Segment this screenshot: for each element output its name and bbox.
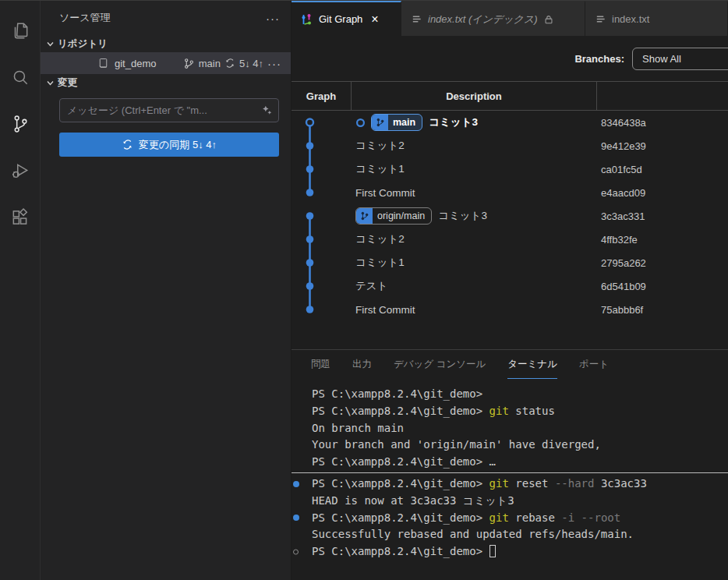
activity-extensions-button[interactable] bbox=[0, 194, 41, 241]
terminal-line: PS C:\xampp8.2.4\git_demo> bbox=[292, 543, 728, 561]
branch-badge-origin-main[interactable]: origin/main bbox=[355, 207, 432, 225]
activity-source-control-button[interactable] bbox=[0, 101, 41, 147]
sparkle-icon[interactable] bbox=[261, 104, 273, 116]
sidebar-title: ソース管理 bbox=[59, 11, 111, 25]
git-graph-table-header: Graph Description bbox=[292, 81, 728, 111]
lock-icon bbox=[543, 14, 554, 25]
commit-message-box bbox=[59, 98, 279, 122]
commit-message: コミット3 bbox=[429, 115, 478, 129]
commit-message: コミット1 bbox=[355, 256, 405, 270]
commit-row[interactable]: コミット2 9e412e39 bbox=[292, 134, 728, 157]
column-header-graph: Graph bbox=[292, 82, 352, 110]
repo-icon bbox=[97, 57, 110, 70]
repository-row[interactable]: git_demo main 5↓ 4↑ ··· bbox=[41, 52, 291, 74]
tab-label: index.txt bbox=[612, 13, 649, 25]
head-indicator-icon bbox=[355, 118, 366, 128]
repo-more-button[interactable]: ··· bbox=[267, 57, 281, 70]
panel-tab-debug-console[interactable]: デバッグ コンソール bbox=[394, 350, 486, 379]
vscode-window: ソース管理 ··· リポジトリ git_demo bbox=[0, 0, 728, 580]
section-repositories[interactable]: リポジトリ bbox=[41, 35, 291, 52]
tab-index-txt-index[interactable]: index.txt (インデックス) bbox=[401, 1, 585, 36]
commit-row[interactable]: コミット1 ca01fc5d bbox=[292, 157, 728, 181]
commit-hash: 8346438a bbox=[597, 117, 728, 129]
activity-search-button[interactable] bbox=[0, 54, 41, 101]
sidebar-more-button[interactable]: ··· bbox=[266, 12, 280, 25]
terminal[interactable]: PS C:\xampp8.2.4\git_demo> PS C:\xampp8.… bbox=[292, 379, 728, 580]
panel-tab-problems[interactable]: 問題 bbox=[311, 350, 330, 379]
command-decoration-icon[interactable] bbox=[293, 550, 299, 555]
commit-message: コミット3 bbox=[438, 209, 487, 223]
file-lines-icon bbox=[595, 13, 606, 25]
commit-message: コミット1 bbox=[355, 162, 405, 176]
commit-message: First Commit bbox=[355, 304, 415, 316]
terminal-cursor bbox=[489, 545, 496, 557]
terminal-line: On branch main bbox=[292, 420, 728, 437]
terminal-line: PS C:\xampp8.2.4\git_demo> git reset --h… bbox=[292, 476, 728, 493]
activity-run-debug-button[interactable] bbox=[0, 147, 41, 194]
sync-icon bbox=[224, 58, 235, 69]
commit-hash: 9e412e39 bbox=[597, 140, 728, 152]
panel-tab-output[interactable]: 出力 bbox=[352, 350, 372, 379]
commit-hash: 6d541b09 bbox=[597, 281, 728, 292]
tab-git-graph[interactable]: Git Graph × bbox=[292, 1, 401, 36]
branches-dropdown[interactable]: Show All bbox=[632, 48, 728, 70]
commit-graph-lines bbox=[292, 111, 352, 321]
repo-branch-label: main bbox=[199, 58, 221, 69]
commit-message: First Commit bbox=[355, 187, 415, 199]
branch-badge-label: main bbox=[388, 117, 422, 128]
commit-hash: 3c3ac331 bbox=[597, 210, 728, 222]
commit-hash: 75abbb6f bbox=[597, 304, 728, 316]
sync-changes-button[interactable]: 変更の同期 5↓ 4↑ bbox=[59, 133, 279, 157]
files-icon bbox=[10, 20, 30, 41]
panel-tab-terminal[interactable]: ターミナル bbox=[507, 350, 557, 379]
bottom-panel: 問題 出力 デバッグ コンソール ターミナル ポート PS C:\xampp8.… bbox=[292, 349, 728, 580]
terminal-line: Your branch and 'origin/main' have diver… bbox=[292, 437, 728, 454]
branch-icon bbox=[356, 208, 373, 224]
branch-badge-label: origin/main bbox=[373, 210, 431, 221]
repo-sync-counts: 5↓ 4↑ bbox=[239, 58, 263, 69]
commit-list: main コミット3 8346438a コミット2 9e412e39 コミット1… bbox=[292, 111, 728, 321]
branch-icon bbox=[183, 58, 195, 69]
commit-hash: ca01fc5d bbox=[597, 164, 728, 175]
terminal-command-separator bbox=[292, 472, 728, 473]
commit-row[interactable]: コミット2 4ffb32fe bbox=[292, 228, 728, 251]
commit-row[interactable]: First Commit e4aacd09 bbox=[292, 181, 728, 204]
commit-message-input[interactable] bbox=[65, 104, 257, 117]
git-graph-view: Branches: Show All Graph Description bbox=[292, 36, 728, 349]
commit-hash: e4aacd09 bbox=[597, 187, 728, 199]
branch-badge-main[interactable]: main bbox=[371, 114, 422, 131]
source-control-icon bbox=[10, 114, 30, 134]
panel-tab-ports[interactable]: ポート bbox=[579, 350, 609, 379]
commit-hash: 2795a262 bbox=[597, 257, 728, 269]
terminal-line: PS C:\xampp8.2.4\git_demo> … bbox=[292, 454, 728, 471]
commit-row[interactable]: テスト 6d541b09 bbox=[292, 274, 728, 298]
commit-row[interactable]: コミット1 2795a262 bbox=[292, 251, 728, 274]
terminal-line: HEAD is now at 3c3ac33 コミット3 bbox=[292, 493, 728, 510]
tab-index-txt[interactable]: index.txt bbox=[585, 1, 728, 36]
terminal-line: Successfully rebased and updated refs/he… bbox=[292, 526, 728, 543]
file-lines-icon bbox=[411, 13, 422, 25]
panel-tab-bar: 問題 出力 デバッグ コンソール ターミナル ポート bbox=[292, 350, 728, 379]
commit-row[interactable]: origin/main コミット3 3c3ac331 bbox=[292, 204, 728, 228]
sidebar-title-row: ソース管理 ··· bbox=[41, 1, 291, 35]
terminal-line: PS C:\xampp8.2.4\git_demo> git rebase -i… bbox=[292, 510, 728, 527]
source-control-sidebar: ソース管理 ··· リポジトリ git_demo bbox=[41, 1, 292, 580]
commit-message: コミット2 bbox=[355, 139, 405, 153]
branches-dropdown-value: Show All bbox=[642, 53, 681, 65]
activity-explorer-button[interactable] bbox=[0, 7, 41, 54]
activity-bar bbox=[0, 1, 41, 580]
command-decoration-icon[interactable] bbox=[293, 481, 299, 487]
terminal-line: PS C:\xampp8.2.4\git_demo> bbox=[292, 386, 728, 403]
commit-row[interactable]: First Commit 75abbb6f bbox=[292, 298, 728, 321]
search-icon bbox=[10, 67, 30, 87]
command-decoration-icon[interactable] bbox=[293, 515, 299, 521]
editor-area: Git Graph × index.txt (インデックス) index.txt bbox=[292, 1, 728, 580]
close-icon[interactable]: × bbox=[371, 12, 378, 27]
commit-message: コミット2 bbox=[355, 232, 405, 246]
tab-label: Git Graph bbox=[319, 13, 362, 25]
run-debug-icon bbox=[10, 161, 30, 181]
section-changes[interactable]: 変更 bbox=[41, 74, 291, 91]
commit-message: テスト bbox=[355, 279, 387, 293]
section-changes-label: 変更 bbox=[58, 76, 77, 90]
commit-row[interactable]: main コミット3 8346438a bbox=[292, 111, 728, 134]
